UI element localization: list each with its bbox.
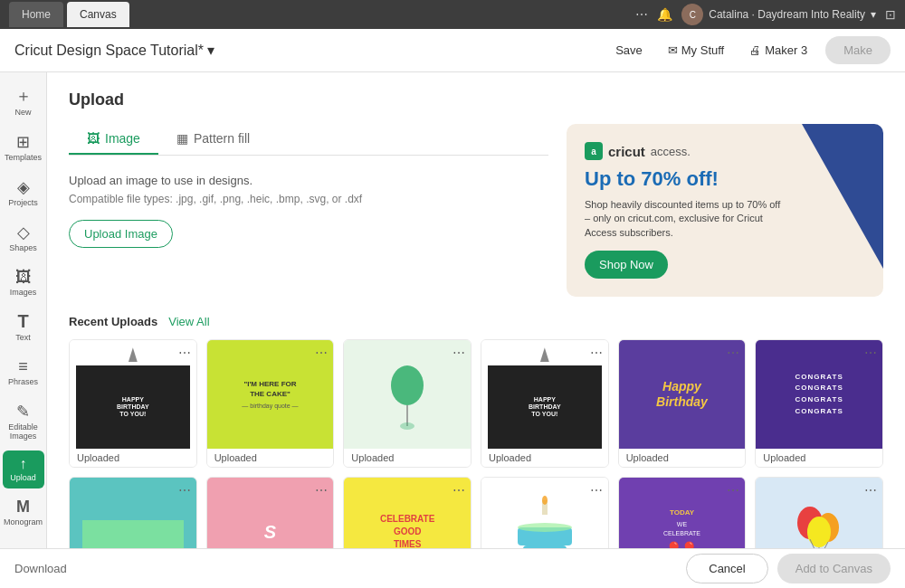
upload-thumb-9: ⋯ celebrategoodtimes <box>344 478 471 548</box>
sidebar-item-upload[interactable]: ↑ Upload <box>3 450 44 488</box>
view-all-link[interactable]: View All <box>168 315 209 328</box>
item-menu-12[interactable]: ⋯ <box>864 483 877 498</box>
svg-point-3 <box>400 422 414 430</box>
upload-label-1: Uploaded <box>70 449 196 467</box>
cricut-logo-icon: a <box>585 142 603 160</box>
upload-label-6: Uploaded <box>756 449 882 467</box>
top-bar-right: ⋯ 🔔 C Catalina · Daydream Into Reality ▾… <box>635 4 896 25</box>
project-dropdown-icon[interactable]: ▾ <box>207 42 214 59</box>
upload-item-9[interactable]: ⋯ celebrategoodtimes Uploaded <box>343 477 472 548</box>
upload-image-button[interactable]: Upload Image <box>69 220 173 248</box>
bottom-bar-right: Cancel Add to Canvas <box>686 554 891 583</box>
maker-button[interactable]: 🖨 Maker 3 <box>742 40 814 61</box>
phrases-icon: ≡ <box>18 357 28 376</box>
monogram-icon: M <box>16 498 30 517</box>
avatar: C <box>681 4 703 25</box>
item-menu-4[interactable]: ⋯ <box>590 346 603 360</box>
upload-icon: ↑ <box>20 456 27 472</box>
sidebar-label-templates: Templates <box>5 154 42 163</box>
recent-header: Recent Uploads View All <box>69 315 883 328</box>
upload-item-12[interactable]: ⋯ Uploaded <box>755 477 883 548</box>
make-button[interactable]: Make <box>825 36 891 64</box>
upload-thumb-12: ⋯ <box>756 478 882 548</box>
upload-tabs: 🖼 Image ▦ Pattern fill <box>69 124 548 156</box>
upload-top-section: 🖼 Image ▦ Pattern fill Upload an image t… <box>69 124 883 297</box>
tab-image[interactable]: 🖼 Image <box>69 124 158 155</box>
svg-point-5 <box>542 496 548 505</box>
more-icon[interactable]: ⋯ <box>635 7 648 22</box>
item-menu-2[interactable]: ⋯ <box>315 346 328 360</box>
maker-icon: 🖨 <box>749 43 761 57</box>
user-dropdown-icon[interactable]: ▾ <box>871 8 876 21</box>
upload-thumb-2: ⋯ "I'M HERE FORTHE CAKE" — birthday quot… <box>207 340 334 449</box>
upload-item-4[interactable]: ⋯ HAPPYBIRTHDAYTO YOU! Uploaded <box>481 339 609 468</box>
upload-item-7[interactable]: ⋯ celebrate Uploaded <box>69 477 197 548</box>
upload-thumb-1: ⋯ HAPPYBIRTHDAYTO YOU! <box>70 340 196 449</box>
shop-now-button[interactable]: Shop Now <box>585 251 668 279</box>
tab-home[interactable]: Home <box>9 2 63 27</box>
promo-logo: a cricut access. <box>585 142 865 160</box>
add-to-canvas-button[interactable]: Add to Canvas <box>777 554 891 583</box>
cancel-button[interactable]: Cancel <box>686 554 767 583</box>
upload-item-3[interactable]: ⋯ Uploaded <box>343 339 472 468</box>
sidebar-item-new[interactable]: ＋ New <box>3 80 44 123</box>
promo-headline: Up to 70% off! <box>585 167 865 191</box>
item-menu-9[interactable]: ⋯ <box>452 483 465 498</box>
project-title: Cricut Design Space Tutorial* <box>14 43 204 59</box>
sidebar-label-monogram: Monogram <box>4 518 43 527</box>
tab-canvas[interactable]: Canvas <box>67 2 129 27</box>
upload-thumb-11: ⋯ TODAY WECELEBRATE 🎈🎈 <box>619 478 746 548</box>
download-button[interactable]: Download <box>14 562 67 575</box>
cricut-access-text: access. <box>651 145 691 158</box>
image-tab-icon: 🖼 <box>87 131 100 146</box>
item-menu-7[interactable]: ⋯ <box>178 483 191 498</box>
item-menu-11[interactable]: ⋯ <box>727 483 739 498</box>
upload-item-11[interactable]: ⋯ TODAY WECELEBRATE 🎈🎈 Uploaded <box>618 477 747 548</box>
upload-item-2[interactable]: ⋯ "I'M HERE FORTHE CAKE" — birthday quot… <box>206 339 335 468</box>
item-menu-1[interactable]: ⋯ <box>178 346 191 360</box>
header: Cricut Design Space Tutorial* ▾ Save ✉ M… <box>0 29 905 72</box>
sidebar-item-shapes[interactable]: ◇ Shapes <box>3 217 44 259</box>
sidebar-label-new: New <box>14 109 31 118</box>
projects-icon: ◈ <box>17 177 30 197</box>
content-area: Upload 🖼 Image ▦ Pattern fill Upload an … <box>47 72 905 548</box>
item-menu-10[interactable]: ⋯ <box>590 483 603 498</box>
sidebar-item-text[interactable]: T Text <box>3 306 44 348</box>
item-menu-6[interactable]: ⋯ <box>864 346 877 360</box>
upload-item-10[interactable]: ⋯ Uploaded <box>481 477 609 548</box>
uploads-grid-row1: ⋯ HAPPYBIRTHDAYTO YOU! Uploaded ⋯ "I'M H… <box>69 339 883 468</box>
sidebar-label-text: Text <box>15 334 31 343</box>
sidebar-item-editable-images[interactable]: ✎ Editable Images <box>3 396 44 447</box>
item-menu-5[interactable]: ⋯ <box>727 346 739 360</box>
upload-thumb-10: ⋯ <box>481 478 608 548</box>
upload-item-1[interactable]: ⋯ HAPPYBIRTHDAYTO YOU! Uploaded <box>69 339 197 468</box>
sidebar-label-editable-images: Editable Images <box>6 423 41 441</box>
bell-icon[interactable]: 🔔 <box>657 7 672 22</box>
top-bar: Home Canvas ⋯ 🔔 C Catalina · Daydream In… <box>0 0 905 29</box>
tab-pattern-fill[interactable]: ▦ Pattern fill <box>158 124 268 155</box>
upload-item-8[interactable]: ⋯ S Uploaded <box>206 477 335 548</box>
sidebar-item-monogram[interactable]: M Monogram <box>3 492 44 533</box>
my-stuff-button[interactable]: ✉ My Stuff <box>661 40 731 61</box>
promo-content: a cricut access. Up to 70% off! Shop hea… <box>567 124 883 297</box>
image-tab-label: Image <box>105 131 140 146</box>
new-icon: ＋ <box>15 85 32 107</box>
save-button[interactable]: Save <box>608 40 650 61</box>
upload-item-6[interactable]: ⋯ CONGRATSCONGRATSCONGRATSCONGRATS Uploa… <box>755 339 883 468</box>
upload-left: 🖼 Image ▦ Pattern fill Upload an image t… <box>69 124 548 297</box>
sidebar-item-images[interactable]: 🖼 Images <box>3 262 44 303</box>
images-icon: 🖼 <box>15 268 32 287</box>
user-info: C Catalina · Daydream Into Reality ▾ <box>681 4 876 25</box>
upload-item-5[interactable]: ⋯ HappyBirthday Uploaded <box>618 339 747 468</box>
sidebar-item-templates[interactable]: ⊞ Templates <box>3 127 44 168</box>
sidebar-item-projects[interactable]: ◈ Projects <box>3 172 44 213</box>
upload-label-5: Uploaded <box>619 449 746 467</box>
svg-point-8 <box>518 523 572 532</box>
item-menu-3[interactable]: ⋯ <box>452 346 465 360</box>
upload-thumb-4: ⋯ HAPPYBIRTHDAYTO YOU! <box>481 340 608 449</box>
window-controls: ⊡ <box>885 7 896 22</box>
sidebar-item-phrases[interactable]: ≡ Phrases <box>3 352 44 393</box>
editable-images-icon: ✎ <box>16 402 30 422</box>
item-menu-8[interactable]: ⋯ <box>315 483 328 498</box>
upload-compatible: Compatible file types: .jpg, .gif, .png,… <box>69 193 548 205</box>
